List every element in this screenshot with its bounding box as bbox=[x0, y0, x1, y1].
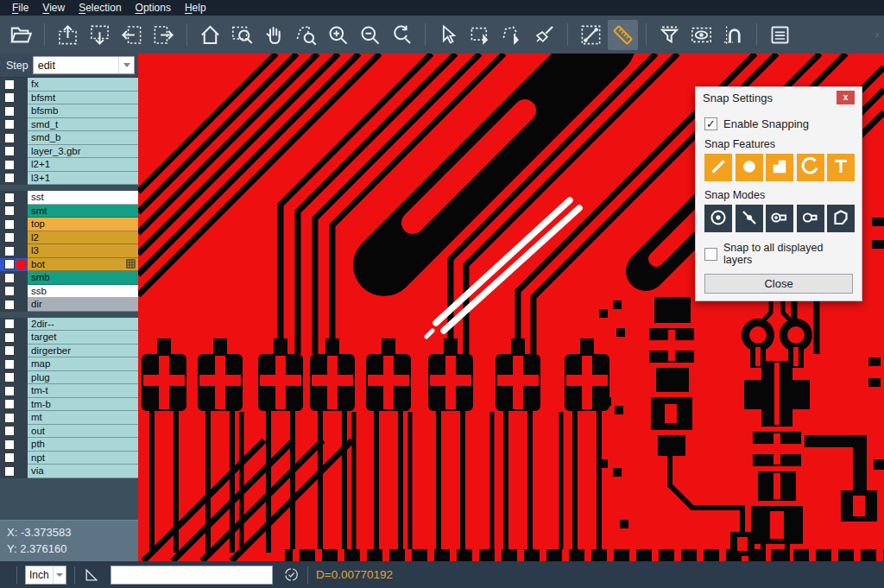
layer-visibility-checkbox[interactable] bbox=[4, 92, 15, 103]
zoom-window-button[interactable] bbox=[227, 20, 257, 50]
select-rectangle-button[interactable] bbox=[465, 20, 496, 50]
layer-name[interactable]: tm-b bbox=[28, 398, 138, 412]
shift-up-button[interactable] bbox=[53, 20, 83, 50]
shift-right-button[interactable] bbox=[148, 20, 179, 50]
layer-name[interactable]: l3+1 bbox=[28, 172, 138, 186]
home-view-button[interactable] bbox=[195, 20, 225, 50]
layer-name[interactable]: ssb bbox=[28, 285, 138, 299]
layer-visibility-checkbox[interactable] bbox=[4, 79, 15, 90]
measure-ruler-button[interactable] bbox=[608, 20, 638, 50]
layer-name[interactable]: tm-t bbox=[28, 384, 138, 398]
layer-name[interactable]: top bbox=[28, 218, 138, 231]
layer-name[interactable]: mt bbox=[28, 411, 138, 425]
layer-name[interactable]: sst bbox=[28, 191, 138, 205]
layer-name[interactable]: bot bbox=[28, 258, 138, 272]
layer-name[interactable]: l3 bbox=[28, 244, 138, 258]
select-brush-button[interactable] bbox=[529, 20, 559, 50]
layer-name[interactable]: bfsmb bbox=[28, 104, 138, 118]
layer-name[interactable]: bfsmt bbox=[28, 92, 138, 105]
layer-visibility-checkbox[interactable] bbox=[4, 372, 15, 383]
layer-visibility-checkbox[interactable] bbox=[4, 332, 15, 343]
filter-button[interactable] bbox=[654, 20, 685, 50]
angle-measure-icon[interactable] bbox=[83, 566, 100, 584]
layer-visibility-checkbox[interactable] bbox=[4, 246, 15, 256]
unit-select[interactable]: Inch bbox=[25, 566, 66, 585]
layer-visibility-checkbox[interactable] bbox=[4, 452, 15, 463]
layer-visibility-checkbox[interactable] bbox=[4, 273, 15, 283]
layer-visibility-checkbox[interactable] bbox=[4, 426, 15, 436]
grid-icon[interactable] bbox=[126, 259, 136, 270]
layer-visibility-checkbox[interactable] bbox=[4, 193, 15, 203]
layer-visibility-checkbox[interactable] bbox=[4, 439, 15, 450]
layer-name[interactable]: smd_b bbox=[28, 131, 138, 145]
layer-visibility-checkbox[interactable] bbox=[4, 286, 15, 296]
close-button[interactable]: Close bbox=[704, 274, 853, 294]
layer-visibility-checkbox[interactable] bbox=[4, 359, 15, 370]
layer-name[interactable]: smt bbox=[28, 205, 138, 218]
layer-visibility-checkbox[interactable] bbox=[4, 232, 15, 243]
toolbar-overflow-chevron[interactable]: › bbox=[875, 28, 879, 41]
layer-name[interactable]: target bbox=[28, 331, 138, 345]
snap-midpoint-button[interactable] bbox=[736, 205, 763, 232]
layer-visibility-checkbox[interactable] bbox=[4, 106, 15, 117]
layer-visibility-checkbox[interactable] bbox=[4, 300, 15, 310]
zoom-in-button[interactable] bbox=[323, 20, 353, 50]
measure-input[interactable] bbox=[110, 566, 273, 585]
layer-visibility-checkbox[interactable] bbox=[4, 319, 15, 329]
layer-visibility-checkbox[interactable] bbox=[4, 219, 15, 230]
snap-text-button[interactable] bbox=[827, 154, 855, 181]
zoom-out-button[interactable] bbox=[355, 20, 385, 50]
snap-center-button[interactable] bbox=[704, 205, 732, 232]
menu-options[interactable]: Options bbox=[129, 0, 178, 16]
snap-surface-button[interactable] bbox=[766, 154, 793, 181]
layer-name[interactable]: layer_3.gbr bbox=[28, 145, 138, 159]
layer-name[interactable]: out bbox=[28, 425, 138, 439]
snap-line-button[interactable] bbox=[704, 154, 732, 181]
layer-name[interactable]: fx bbox=[28, 78, 138, 92]
layer-visibility-checkbox[interactable] bbox=[4, 386, 15, 396]
snap-contour-button[interactable] bbox=[827, 205, 855, 232]
enable-snapping-checkbox[interactable]: ✓ bbox=[704, 117, 717, 130]
layer-name[interactable]: smd_t bbox=[28, 118, 138, 132]
layer-visibility-checkbox[interactable] bbox=[4, 146, 15, 156]
layer-name[interactable]: npt bbox=[28, 452, 138, 465]
menu-file[interactable]: File bbox=[5, 0, 35, 16]
snap-circle-button[interactable] bbox=[736, 154, 763, 181]
select-button[interactable] bbox=[433, 20, 464, 50]
layer-visibility-checkbox[interactable] bbox=[4, 173, 15, 183]
layer-visibility-checkbox[interactable] bbox=[4, 345, 15, 356]
close-icon[interactable]: x bbox=[837, 91, 855, 104]
layers-panel-button[interactable] bbox=[765, 20, 795, 50]
layer-name[interactable]: dir bbox=[28, 298, 138, 312]
layer-name[interactable]: smb bbox=[28, 271, 138, 285]
layer-visibility-checkbox[interactable] bbox=[4, 205, 15, 216]
layer-visibility-checkbox[interactable] bbox=[4, 133, 15, 143]
snap-arc-button[interactable] bbox=[797, 154, 824, 181]
menu-help[interactable]: Help bbox=[178, 0, 213, 16]
zoom-reset-button[interactable] bbox=[387, 20, 417, 50]
step-select[interactable]: edit bbox=[33, 56, 135, 74]
layer-name[interactable]: l2 bbox=[28, 231, 138, 245]
layer-visibility-checkbox[interactable] bbox=[4, 466, 15, 477]
zoom-polygon-button[interactable] bbox=[291, 20, 321, 50]
layer-visibility-checkbox[interactable] bbox=[4, 399, 15, 409]
open-file-button[interactable] bbox=[6, 20, 36, 50]
snap-all-layers-checkbox[interactable] bbox=[704, 248, 717, 261]
select-polygon-button[interactable] bbox=[497, 20, 527, 50]
snap-pad-filled-button[interactable] bbox=[766, 205, 793, 232]
layer-name[interactable]: dirgerber bbox=[28, 345, 138, 358]
menu-view[interactable]: View bbox=[35, 0, 72, 16]
layer-name[interactable]: 2dir-- bbox=[28, 318, 138, 332]
snap-pad-outline-button[interactable] bbox=[797, 205, 824, 232]
measure-line-button[interactable] bbox=[576, 20, 606, 50]
layer-name[interactable]: via bbox=[28, 465, 138, 478]
layer-name[interactable]: l2+1 bbox=[28, 158, 138, 172]
layer-visibility-checkbox[interactable] bbox=[4, 259, 15, 269]
pan-button[interactable] bbox=[259, 20, 289, 50]
snap-settings-button[interactable] bbox=[718, 20, 748, 50]
layer-name[interactable]: plug bbox=[28, 371, 138, 385]
view-options-button[interactable] bbox=[686, 20, 717, 50]
apply-check-icon[interactable] bbox=[283, 566, 300, 583]
layer-visibility-checkbox[interactable] bbox=[4, 160, 15, 170]
shift-down-button[interactable] bbox=[85, 20, 115, 50]
